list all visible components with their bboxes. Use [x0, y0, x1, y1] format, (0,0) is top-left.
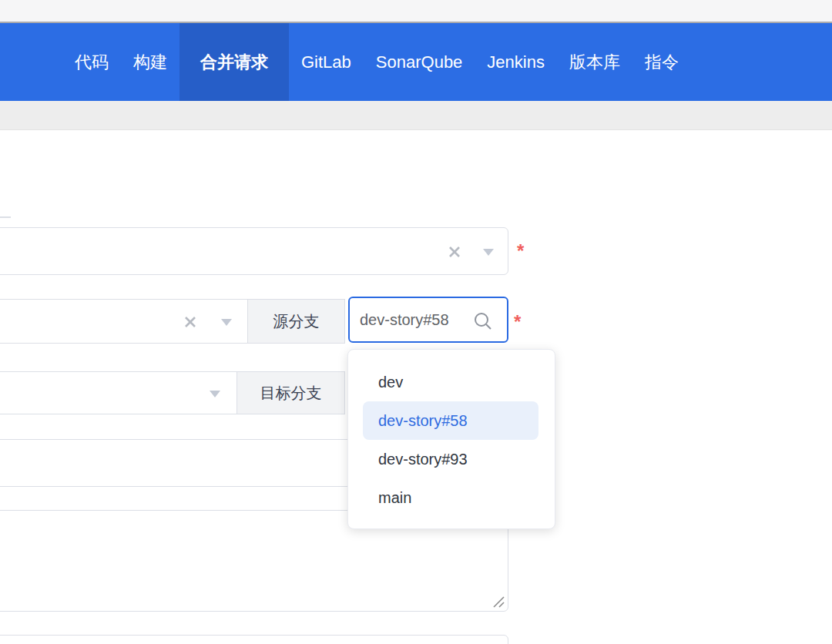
source-branch-label: 源分支 [247, 299, 345, 344]
required-marker: * [517, 240, 524, 262]
nav-item-jenkins[interactable]: Jenkins [475, 23, 557, 101]
caret-down-icon[interactable] [221, 319, 232, 326]
cutoff-element-edge [0, 216, 11, 218]
source-repo-select[interactable] [0, 299, 249, 344]
target-branch-label: 目标分支 [237, 371, 345, 414]
toolbar-strip [0, 101, 832, 130]
nav-item-repository[interactable]: 版本库 [557, 23, 632, 101]
main-navbar: 代码 构建 合并请求 GitLab SonarQube Jenkins 版本库 … [0, 23, 832, 101]
dropdown-option-dev-story-58[interactable]: dev-story#58 [363, 401, 538, 440]
branch-dropdown: dev dev-story#58 dev-story#93 main [347, 349, 555, 529]
dropdown-option-dev-story-93[interactable]: dev-story#93 [348, 440, 555, 478]
nav-item-merge-request[interactable]: 合并请求 [179, 23, 289, 101]
nav-item-build[interactable]: 构建 [121, 23, 179, 101]
caret-down-icon[interactable] [483, 249, 494, 256]
project-select[interactable] [0, 227, 508, 275]
caret-down-icon[interactable] [210, 391, 220, 397]
nav-item-commands[interactable]: 指令 [632, 23, 691, 101]
nav-item-sonarqube[interactable]: SonarQube [364, 23, 475, 101]
app-window: 代码 构建 合并请求 GitLab SonarQube Jenkins 版本库 … [0, 0, 832, 644]
nav-item-code[interactable]: 代码 [62, 23, 121, 101]
required-marker: * [514, 311, 521, 333]
target-repo-select[interactable] [0, 371, 237, 414]
nav-item-gitlab[interactable]: GitLab [289, 23, 364, 101]
window-chrome-strip [0, 0, 832, 23]
dropdown-option-dev[interactable]: dev [348, 363, 555, 401]
clear-icon[interactable] [183, 315, 197, 329]
resize-grip-icon[interactable] [491, 595, 505, 609]
clear-icon[interactable] [448, 245, 461, 259]
source-branch-search-input[interactable]: dev-story#58 [348, 297, 508, 343]
search-input-value: dev-story#58 [360, 311, 458, 329]
dropdown-option-main[interactable]: main [348, 478, 555, 517]
search-icon[interactable] [473, 311, 493, 331]
bottom-input[interactable] [0, 635, 508, 644]
